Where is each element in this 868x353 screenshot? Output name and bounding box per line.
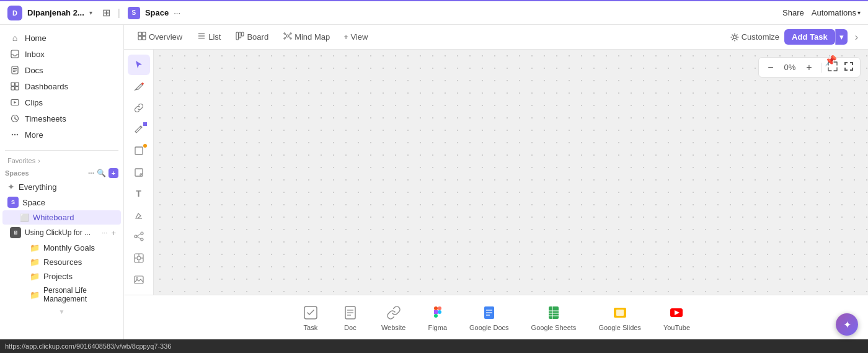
sidebar-item-clips[interactable]: Clips [2, 94, 121, 110]
tool-connector[interactable] [128, 226, 150, 247]
sidebar-item-resources[interactable]: 📁 Resources [2, 255, 121, 269]
resources-label: Resources [43, 257, 82, 267]
timesheets-icon [10, 114, 20, 123]
svg-rect-18 [143, 32, 146, 36]
sidebar-item-more[interactable]: More [2, 127, 121, 143]
eraser-icon [134, 210, 144, 220]
bottom-tool-youtube[interactable]: YouTube [657, 300, 696, 335]
add-view-button[interactable]: + View [339, 30, 373, 44]
sidebar-item-timesheets[interactable]: Timesheets [2, 110, 121, 127]
sidebar-item-dashboards[interactable]: Dashboards [2, 78, 121, 94]
whiteboard-more-btn[interactable]: ··· [110, 214, 116, 221]
figma-tool-label: Figma [428, 324, 447, 331]
svg-point-15 [14, 134, 16, 135]
spaces-more-button[interactable]: ··· [88, 169, 94, 177]
tool-image[interactable] [128, 269, 150, 290]
tool-sticky[interactable] [128, 162, 150, 182]
svg-point-53 [136, 277, 138, 279]
tool-select[interactable] [128, 55, 150, 75]
sidebar-item-space[interactable]: S Space ··· + [2, 194, 121, 210]
svg-line-45 [137, 237, 141, 239]
svg-line-35 [289, 37, 290, 38]
layout-toggle-icon[interactable]: ⊞ [102, 7, 110, 19]
using-clickup-more[interactable]: ··· [102, 229, 107, 236]
svg-line-34 [285, 37, 286, 38]
space-more-btn[interactable]: ··· [104, 199, 110, 206]
bottom-tool-google-docs[interactable]: Google Docs [463, 300, 515, 335]
tool-eraser[interactable] [128, 205, 150, 225]
monthly-goals-label: Monthly Goals [43, 243, 95, 252]
bottom-tool-figma[interactable]: Figma [422, 300, 453, 335]
space-more-button[interactable]: ··· [174, 8, 180, 17]
status-url: https://app.clickup.com/9016408583/v/wb/… [5, 342, 171, 350]
svg-rect-59 [434, 306, 438, 310]
tool-link[interactable] [128, 97, 150, 118]
zoom-out-button[interactable]: − [764, 61, 777, 74]
inbox-icon [10, 49, 20, 59]
tool-text[interactable]: T [128, 184, 150, 204]
sidebar-item-docs-label: Docs [25, 66, 43, 75]
sidebar-item-everything[interactable]: ✦ Everything [2, 179, 121, 194]
sidebar-item-whiteboard[interactable]: ⬜ Whiteboard ··· [2, 210, 121, 225]
tool-shape[interactable] [128, 141, 150, 161]
using-clickup-icon: 🖥 [10, 227, 21, 238]
svg-rect-19 [138, 37, 142, 40]
svg-point-63 [438, 310, 441, 314]
tool-frame[interactable] [128, 248, 150, 269]
svg-rect-60 [438, 306, 441, 310]
workspace-chevron[interactable]: ▾ [89, 9, 92, 16]
share-button[interactable]: Share [782, 8, 804, 17]
svg-point-43 [141, 238, 143, 241]
google-sheets-tool-label: Google Sheets [531, 324, 577, 331]
top-bar: D Dipanjenah 2... ▾ ⊞ | S Space ··· Shar… [0, 0, 868, 25]
zoom-in-button[interactable]: + [802, 61, 816, 74]
bottom-tool-google-slides[interactable]: Google Slides [592, 300, 647, 335]
svg-rect-61 [434, 310, 438, 314]
sidebar-item-monthly-goals[interactable]: 📁 Monthly Goals [2, 241, 121, 255]
sidebar-item-docs[interactable]: Docs [2, 62, 121, 78]
space-add-btn[interactable]: + [111, 198, 116, 207]
assistant-button[interactable]: ✦ [836, 313, 858, 336]
shape-icon [134, 146, 144, 156]
using-clickup-label: Using ClickUp for ... [25, 228, 98, 237]
add-task-dropdown-button[interactable]: ▾ [835, 29, 848, 45]
doc-tool-icon [342, 304, 359, 321]
fullscreen-button[interactable] [843, 60, 855, 74]
automations-button[interactable]: Automations ▾ [812, 8, 861, 17]
tab-board[interactable]: Board [229, 29, 275, 45]
add-task-button[interactable]: Add Task [784, 29, 835, 45]
bottom-tool-google-sheets[interactable]: Google Sheets [525, 300, 583, 335]
pin-button[interactable]: 📌 [825, 55, 837, 66]
tool-pencil[interactable] [128, 119, 150, 140]
whiteboard-canvas[interactable]: − 0% + 📌 [154, 50, 868, 295]
sidebar-item-home[interactable]: ⌂ Home [2, 30, 121, 46]
tool-pen[interactable] [128, 76, 150, 97]
pencil-icon [134, 124, 144, 134]
customize-button[interactable]: Customize [730, 32, 779, 42]
bottom-tool-task[interactable]: Task [296, 300, 326, 335]
shape-dot [143, 144, 147, 148]
tab-mindmap[interactable]: Mind Map [277, 29, 336, 45]
svg-line-33 [289, 34, 290, 35]
pen-icon [133, 81, 144, 92]
tab-list[interactable]: List [191, 29, 227, 45]
favorites-label: Favorites [7, 157, 35, 164]
tool-panel: T [124, 50, 154, 295]
sidebar-item-inbox[interactable]: Inbox [2, 46, 121, 62]
monthly-goals-folder-icon: 📁 [30, 243, 40, 252]
view-tab-more-button[interactable]: › [852, 29, 861, 45]
sidebar-item-clips-label: Clips [25, 98, 43, 107]
bottom-tool-website[interactable]: Website [375, 300, 412, 335]
sidebar-item-personal-life[interactable]: 📁 Personal Life Management [2, 284, 121, 306]
more-icon [10, 130, 20, 140]
resources-folder-icon: 📁 [30, 257, 40, 267]
bottom-tool-doc[interactable]: Doc [335, 300, 365, 335]
spaces-search-button[interactable]: 🔍 [97, 169, 106, 177]
using-clickup-add[interactable]: + [111, 228, 116, 238]
favorites-section[interactable]: Favorites › [0, 153, 123, 166]
tab-overview[interactable]: Overview [131, 29, 188, 45]
spaces-add-button[interactable]: + [108, 168, 118, 178]
svg-rect-17 [138, 32, 142, 36]
sidebar-item-using-clickup[interactable]: 🖥 Using ClickUp for ... ··· + [2, 225, 121, 241]
sidebar-item-projects[interactable]: 📁 Projects [2, 269, 121, 284]
